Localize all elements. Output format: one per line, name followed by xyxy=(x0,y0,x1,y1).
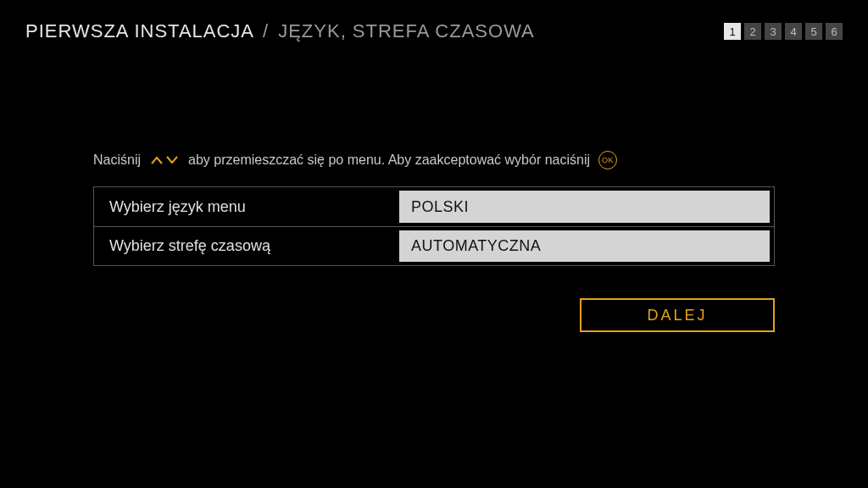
row-language[interactable]: Wybierz język menu POLSKI xyxy=(94,187,774,226)
ok-icon: OK xyxy=(598,151,617,169)
step-3: 3 xyxy=(765,23,782,40)
arrow-icons xyxy=(149,154,180,166)
row-language-label: Wybierz język menu xyxy=(94,187,399,226)
row-timezone-label: Wybierz strefę czasową xyxy=(94,227,399,265)
row-timezone-value[interactable]: AUTOMATYCZNA xyxy=(399,230,770,262)
hint-text-2: aby przemieszczać się po menu. Aby zaakc… xyxy=(188,152,590,168)
page-title: PIERWSZA INSTALACJA / JĘZYK, STREFA CZAS… xyxy=(25,20,535,42)
row-language-value[interactable]: POLSKI xyxy=(399,191,770,223)
step-5: 5 xyxy=(805,23,822,40)
step-2: 2 xyxy=(744,23,761,40)
step-6: 6 xyxy=(826,23,843,40)
step-1: 1 xyxy=(724,23,741,40)
row-timezone[interactable]: Wybierz strefę czasową AUTOMATYCZNA xyxy=(94,226,774,265)
chevron-down-icon xyxy=(164,154,180,166)
next-button[interactable]: DALEJ xyxy=(580,298,775,332)
navigation-hint: Naciśnij aby przemieszczać się po menu. … xyxy=(93,151,775,169)
title-main: PIERWSZA INSTALACJA xyxy=(25,20,253,42)
title-separator: / xyxy=(263,20,269,42)
title-sub: JĘZYK, STREFA CZASOWA xyxy=(278,20,535,42)
step-4: 4 xyxy=(785,23,802,40)
settings-rows: Wybierz język menu POLSKI Wybierz strefę… xyxy=(93,186,775,266)
hint-text-1: Naciśnij xyxy=(93,152,141,168)
step-indicator: 1 2 3 4 5 6 xyxy=(724,23,843,40)
chevron-up-icon xyxy=(149,154,164,166)
